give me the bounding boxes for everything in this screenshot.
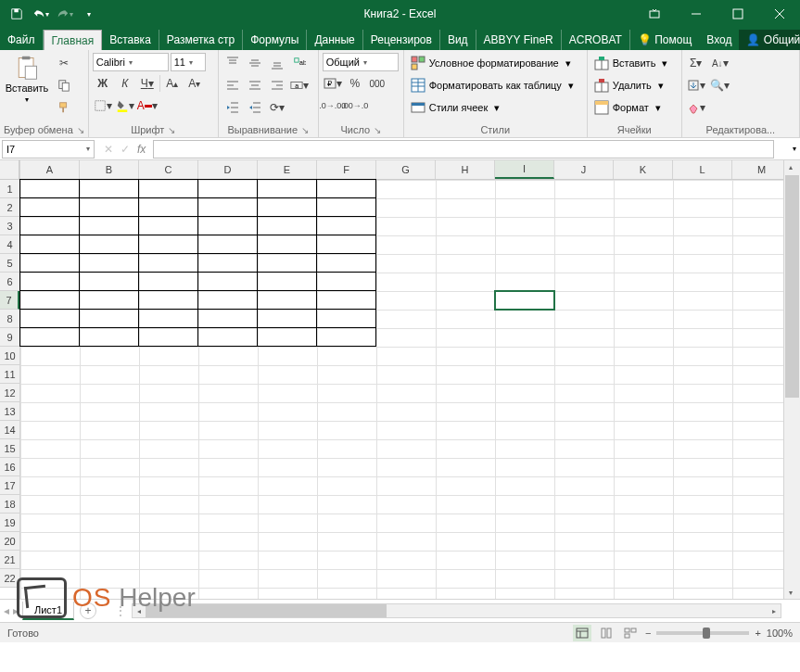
launcher-icon[interactable]: ↘ [77,125,84,135]
column-header[interactable]: H [436,160,495,179]
undo-icon[interactable]: ▾ [30,3,52,25]
conditional-formatting-button[interactable]: Условное форматирование ▾ [408,53,583,73]
copy-icon[interactable] [54,75,74,95]
tab-insert[interactable]: Вставка [102,30,159,50]
increase-font-icon[interactable]: A▴ [162,73,183,94]
active-cell[interactable] [494,290,555,311]
font-name-combo[interactable]: Calibri▾ [93,53,169,71]
font-color-icon[interactable]: A▾ [137,95,158,116]
wrap-text-icon[interactable]: ab [289,53,310,73]
cut-icon[interactable]: ✂ [54,53,74,73]
tell-me[interactable]: 💡 Помощ [630,30,699,50]
sort-filter-icon[interactable]: A↓▾ [710,53,730,73]
zoom-level[interactable]: 100% [767,628,793,639]
decrease-decimal-icon[interactable]: .00→.0 [345,95,365,116]
column-header[interactable]: L [673,160,732,179]
zoom-out-icon[interactable]: − [645,628,651,639]
row-header[interactable]: 10 [0,347,19,365]
row-header[interactable]: 18 [0,495,19,514]
launcher-icon[interactable]: ↘ [301,125,309,135]
decrease-font-icon[interactable]: A▾ [184,73,205,94]
fill-color-icon[interactable]: ▾ [115,95,135,116]
scrollbar-thumb[interactable] [785,175,799,398]
format-as-table-button[interactable]: Форматировать как таблицу ▾ [408,75,583,95]
orientation-icon[interactable]: ⟳▾ [267,97,287,118]
tab-abbyy[interactable]: ABBYY FineR [476,30,562,50]
row-header[interactable]: 20 [0,532,19,551]
autosum-icon[interactable]: Σ▾ [686,53,706,73]
align-left-icon[interactable] [222,75,243,95]
clear-icon[interactable]: ▾ [686,97,706,118]
column-header[interactable]: K [614,160,673,179]
row-header[interactable]: 2 [0,198,19,217]
row-header[interactable]: 9 [0,328,19,347]
column-header[interactable]: G [376,160,436,179]
column-header[interactable]: E [258,160,317,179]
insert-function-icon[interactable]: fx [137,143,146,156]
row-header[interactable]: 3 [0,217,19,235]
row-header[interactable]: 8 [0,310,19,328]
minimize-icon[interactable] [675,0,717,28]
italic-button[interactable]: К [115,73,135,94]
increase-indent-icon[interactable] [245,97,265,118]
cells-area[interactable] [20,180,800,599]
insert-cells-button[interactable]: Вставить ▾ [591,53,678,73]
tab-home[interactable]: Главная [44,30,103,50]
column-header[interactable]: C [139,160,198,179]
tab-acrobat[interactable]: ACROBAT [562,30,630,50]
accounting-format-icon[interactable]: ₽▾ [323,73,343,94]
column-header[interactable]: D [198,160,258,179]
row-header[interactable]: 4 [0,235,19,254]
format-painter-icon[interactable] [54,97,74,118]
zoom-slider[interactable] [656,631,749,635]
row-header[interactable]: 11 [0,365,19,384]
find-select-icon[interactable]: 🔍▾ [710,75,730,95]
merge-center-icon[interactable]: a▾ [289,75,310,95]
expand-formula-bar-icon[interactable]: ▾ [793,145,796,153]
percent-icon[interactable]: % [345,73,365,94]
row-header[interactable]: 14 [0,421,19,439]
borders-icon[interactable]: ▾ [93,95,113,116]
increase-decimal-icon[interactable]: .0→.00 [323,95,343,116]
save-icon[interactable] [6,3,28,25]
qat-customize-icon[interactable]: ▾ [78,3,100,25]
zoom-in-icon[interactable]: + [755,628,760,639]
comma-style-icon[interactable]: 000 [367,73,387,94]
launcher-icon[interactable]: ↘ [168,125,175,135]
maximize-icon[interactable] [717,0,758,28]
tab-view[interactable]: Вид [440,30,476,50]
format-cells-button[interactable]: Формат ▾ [591,97,678,118]
decrease-indent-icon[interactable] [222,97,243,118]
row-header[interactable]: 6 [0,273,19,291]
column-header[interactable]: I [495,160,554,179]
column-header[interactable]: F [317,160,376,179]
underline-button[interactable]: Ч▾ [137,73,158,94]
enter-formula-icon[interactable]: ✓ [121,143,130,156]
page-layout-view-icon[interactable] [597,625,616,641]
row-header[interactable]: 12 [0,384,19,402]
redo-icon[interactable]: ▾ [54,3,76,25]
formula-bar[interactable] [153,140,774,158]
align-bottom-icon[interactable] [267,53,287,73]
row-header[interactable]: 1 [0,180,19,198]
tab-data[interactable]: Данные [307,30,362,50]
normal-view-icon[interactable] [573,625,591,641]
prev-sheet-icon[interactable]: ◂ [4,604,9,617]
vertical-scrollbar[interactable]: ▴ ▾ [783,160,800,599]
share-button[interactable]: 👤 Общий доступ [739,30,800,50]
delete-cells-button[interactable]: Удалить ▾ [591,75,678,95]
column-header[interactable]: B [80,160,139,179]
select-all-corner[interactable] [0,160,19,180]
sign-in[interactable]: Вход [699,30,739,50]
row-header[interactable]: 7 [0,291,19,310]
ribbon-display-icon[interactable] [633,0,675,28]
column-header[interactable]: A [20,160,80,179]
align-right-icon[interactable] [267,75,287,95]
align-center-icon[interactable] [245,75,265,95]
tab-review[interactable]: Рецензиров [363,30,440,50]
row-header[interactable]: 5 [0,254,19,273]
paste-button[interactable]: Вставить ▾ [4,53,50,124]
fill-icon[interactable]: ▾ [686,75,706,95]
column-header[interactable]: J [554,160,614,179]
cancel-formula-icon[interactable]: ✕ [104,143,113,156]
